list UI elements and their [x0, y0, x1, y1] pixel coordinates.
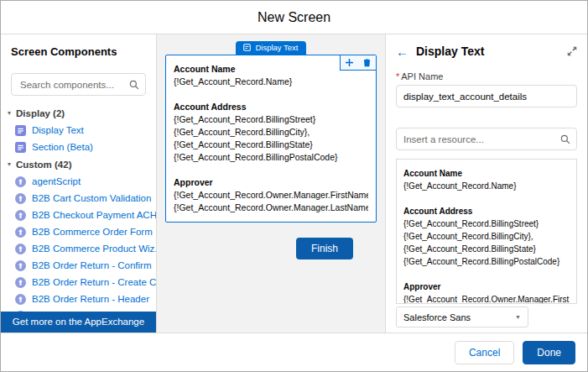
editor-line: {!Get_Account_Record.Owner.Manager.First… — [403, 293, 570, 304]
chevron-down-icon: ▼ — [515, 314, 521, 320]
modal-title: New Screen — [258, 10, 330, 25]
text-line: {!Get_Account_Record.Owner.Manager.LastN… — [174, 202, 368, 214]
font-value: Salesforce Sans — [403, 312, 471, 322]
text-line: Account Address — [174, 101, 368, 113]
editor-line: {!Get_Account_Record.BillingStreet} — [403, 217, 570, 230]
delete-icon[interactable] — [358, 55, 376, 70]
display-text-icon — [243, 44, 251, 51]
api-name-label-text: API Name — [401, 71, 443, 81]
component-item[interactable]: B2B Order Return - Header — [1, 291, 156, 307]
search-icon — [560, 134, 570, 144]
editor-line: Account Name — [403, 167, 570, 180]
editor-line — [403, 268, 570, 280]
custom-component-icon — [15, 176, 26, 187]
component-item-label: B2B Commerce Product Wiz... — [32, 244, 156, 254]
component-item[interactable]: Section (Beta) — [1, 139, 156, 155]
api-name-field: *API Name — [396, 71, 577, 107]
screen-components-panel: Screen Components ▾ Display (2) — [1, 34, 157, 333]
display-items-list: Display Text Section (Beta) — [1, 122, 156, 155]
text-line — [174, 88, 368, 101]
required-marker: * — [396, 71, 399, 81]
editor-line: {!Get_Account_Record.BillingCity}, — [403, 230, 570, 243]
custom-items-list: agentScript B2B Cart Custom Validation — [1, 173, 156, 324]
properties-header: ← Display Text — [396, 45, 577, 58]
display-text-tab[interactable]: Display Text — [236, 41, 305, 55]
section-display-label: Display (2) — [16, 108, 65, 118]
resource-search-input[interactable] — [396, 128, 577, 150]
custom-component-icon — [15, 193, 26, 204]
text-line: {!Get_Account_Record.BillingStreet} — [174, 113, 368, 126]
editor-line: Account Address — [403, 205, 570, 217]
properties-panel: ← Display Text *API Name — [385, 34, 587, 333]
cancel-button[interactable]: Cancel — [455, 341, 514, 364]
font-selector[interactable]: Salesforce Sans ▼ — [396, 307, 528, 327]
editor-line: {!Get_Account_Record.Name} — [403, 180, 570, 192]
done-button[interactable]: Done — [523, 341, 575, 364]
text-line — [174, 164, 368, 176]
sidebar-title: Screen Components — [1, 34, 156, 63]
custom-component-icon — [15, 227, 26, 238]
component-item[interactable]: B2B Order Return - Confirm — [1, 257, 156, 274]
screen-canvas: Display Text Account Name — [157, 34, 385, 333]
component-item[interactable]: B2B Commerce Product Wiz... — [1, 240, 156, 257]
modal-footer: Cancel Done — [1, 333, 587, 371]
appexchange-link[interactable]: Get more on the AppExchange — [1, 312, 156, 333]
chevron-down-icon: ▾ — [8, 110, 11, 117]
component-item-label: Display Text — [32, 125, 84, 135]
move-icon[interactable] — [341, 55, 358, 70]
properties-title: Display Text — [416, 45, 559, 58]
component-tab-row: Display Text — [165, 41, 377, 55]
component-item[interactable]: agentScript — [1, 173, 156, 190]
text-line: {!Get_Account_Record.BillingCity}, — [174, 126, 368, 139]
search-icon — [129, 80, 139, 90]
editor-line: Approver — [403, 280, 570, 293]
component-item-label: agentScript — [32, 176, 81, 186]
display-text-component[interactable]: Account Name {!Get_Account_Record.Name} … — [165, 55, 377, 223]
text-line: {!Get_Account_Record.BillingPostalCode} — [174, 151, 368, 164]
editor-line — [403, 192, 570, 205]
section-display[interactable]: ▾ Display (2) — [1, 104, 156, 122]
editor-line: {!Get_Account_Record.BillingState} — [403, 243, 570, 255]
component-item-label: B2B Checkout Payment ACH — [32, 210, 156, 220]
component-item[interactable]: B2B Commerce Order Form — [1, 223, 156, 240]
api-name-input[interactable] — [396, 85, 577, 107]
tab-label: Display Text — [255, 43, 298, 52]
api-name-label: *API Name — [396, 71, 577, 81]
section-custom-label: Custom (42) — [16, 160, 71, 170]
rich-text-editor[interactable]: Account Name {!Get_Account_Record.Name} … — [396, 159, 577, 304]
chevron-down-icon: ▾ — [8, 161, 11, 168]
expand-icon[interactable] — [567, 46, 577, 56]
text-line: {!Get_Account_Record.BillingState} — [174, 139, 368, 151]
text-line: {!Get_Account_Record.Owner.Manager.First… — [174, 189, 368, 202]
custom-component-icon — [15, 244, 26, 254]
component-search — [11, 73, 146, 96]
display-text-content: Account Name {!Get_Account_Record.Name} … — [174, 63, 368, 214]
custom-component-icon — [15, 210, 26, 221]
component-item[interactable]: B2B Checkout Payment ACH — [1, 207, 156, 223]
component-item-label: B2B Commerce Order Form — [32, 227, 153, 237]
component-actions — [340, 55, 376, 71]
back-icon[interactable]: ← — [396, 45, 408, 58]
component-item[interactable]: Display Text — [1, 122, 156, 139]
custom-component-icon — [15, 294, 26, 305]
component-item-label: B2B Order Return - Create C... — [32, 277, 156, 287]
component-item-label: B2B Order Return - Header — [32, 294, 149, 304]
custom-component-icon — [15, 277, 26, 288]
new-screen-modal: New Screen Screen Components ▾ Display (… — [0, 0, 588, 372]
section-custom[interactable]: ▾ Custom (42) — [1, 155, 156, 173]
component-item-label: B2B Cart Custom Validation — [32, 193, 151, 203]
component-search-input[interactable] — [11, 73, 146, 96]
finish-button[interactable]: Finish — [296, 238, 353, 259]
modal-body: Screen Components ▾ Display (2) — [1, 34, 587, 333]
resource-search — [396, 128, 577, 150]
component-item[interactable]: B2B Cart Custom Validation — [1, 190, 156, 207]
text-line: Approver — [174, 176, 368, 189]
display-component-icon — [15, 142, 26, 153]
editor-line: {!Get_Account_Record.BillingPostalCode} — [403, 255, 570, 268]
custom-component-icon — [15, 260, 26, 271]
component-tree: ▾ Display (2) Display Text — [1, 104, 156, 333]
display-component-icon — [15, 125, 26, 136]
text-line: {!Get_Account_Record.Name} — [174, 76, 368, 88]
component-item[interactable]: B2B Order Return - Create C... — [1, 274, 156, 291]
modal-header: New Screen — [1, 1, 587, 34]
